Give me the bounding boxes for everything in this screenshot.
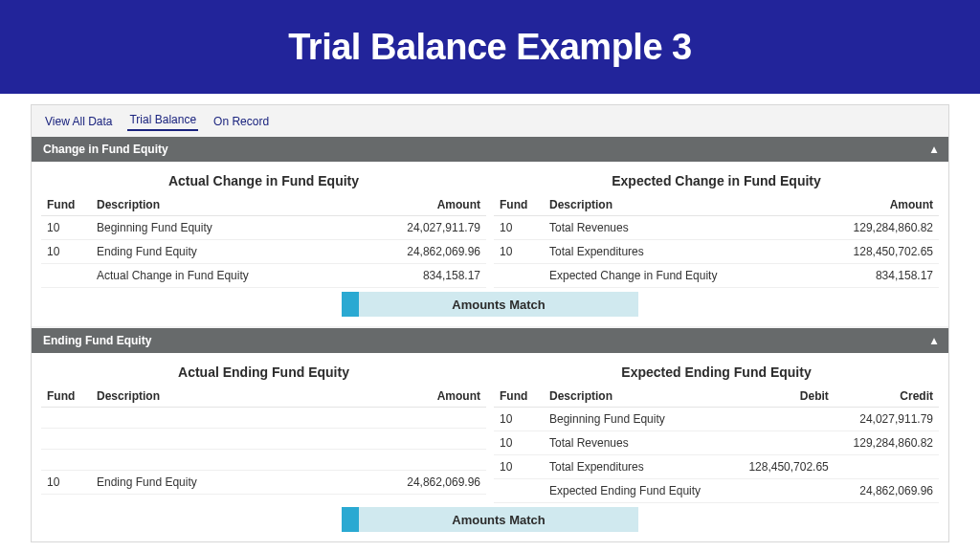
- table-row: 10 Ending Fund Equity 24,862,069.96: [41, 240, 486, 264]
- page-title: Trial Balance Example 3: [288, 27, 692, 68]
- cell-credit: [835, 455, 939, 479]
- expected-ending-table: Fund Description Debit Credit 10 Beginni…: [494, 386, 939, 503]
- cell-desc: Beginning Fund Equity: [91, 216, 351, 240]
- panel-title: Change in Fund Equity: [43, 143, 168, 156]
- col-description: Description: [544, 386, 730, 408]
- actual-change-block: Actual Change in Fund Equity Fund Descri…: [41, 169, 486, 288]
- cell-amount: 24,862,069.96: [351, 240, 486, 264]
- match-accent-bar: [342, 292, 359, 317]
- cell-fund: 10: [494, 455, 544, 479]
- amounts-match-badge: Amounts Match: [342, 507, 638, 532]
- cell-amount: 834,158.17: [351, 264, 486, 288]
- match-accent-bar: [342, 507, 359, 532]
- col-description: Description: [544, 194, 806, 216]
- cell-fund: 10: [494, 408, 544, 431]
- hero-banner: Trial Balance Example 3: [0, 0, 980, 94]
- cell-desc: Expected Ending Fund Equity: [544, 479, 730, 503]
- cell-desc: Beginning Fund Equity: [544, 408, 730, 431]
- cell-desc: Total Revenues: [544, 431, 730, 455]
- cell-fund: [41, 264, 91, 288]
- cell-fund: [494, 264, 544, 288]
- table-row-blank: [41, 408, 486, 429]
- tab-trial-balance[interactable]: Trial Balance: [127, 110, 198, 131]
- expected-change-table: Fund Description Amount 10 Total Revenue…: [494, 194, 939, 288]
- cell-fund: 10: [494, 240, 544, 264]
- table-row: 10 Total Revenues 129,284,860.82: [494, 431, 939, 455]
- actual-ending-title: Actual Ending Fund Equity: [41, 361, 486, 386]
- actual-ending-block: Actual Ending Fund Equity Fund Descripti…: [41, 361, 486, 503]
- table-row: Expected Ending Fund Equity 24,862,069.9…: [494, 479, 939, 503]
- tabs: View All Data Trial Balance On Record: [32, 105, 948, 135]
- cell-fund: 10: [494, 431, 544, 455]
- table-row: 10 Total Expenditures 128,450,702.65: [494, 240, 939, 264]
- panel-ending-fund-equity[interactable]: Ending Fund Equity ▴: [32, 328, 948, 353]
- actual-change-table: Fund Description Amount 10 Beginning Fun…: [41, 194, 486, 288]
- cell-desc: Total Revenues: [544, 216, 806, 240]
- cell-fund: 10: [41, 471, 91, 495]
- col-description: Description: [91, 386, 316, 408]
- table-row: Actual Change in Fund Equity 834,158.17: [41, 264, 486, 288]
- amounts-match-badge: Amounts Match: [342, 292, 638, 317]
- cell-desc: Expected Change in Fund Equity: [544, 264, 806, 288]
- cell-desc: Actual Change in Fund Equity: [91, 264, 351, 288]
- cell-fund: [494, 479, 544, 503]
- match-label: Amounts Match: [359, 292, 638, 317]
- cell-debit: 128,450,702.65: [730, 455, 835, 479]
- panel-ending-content: Actual Ending Fund Equity Fund Descripti…: [32, 353, 948, 541]
- col-fund: Fund: [41, 194, 91, 216]
- cell-desc: Ending Fund Equity: [91, 471, 316, 495]
- table-row: 10 Beginning Fund Equity 24,027,911.79: [41, 216, 486, 240]
- col-fund: Fund: [41, 386, 91, 408]
- panel-title: Ending Fund Equity: [43, 334, 151, 347]
- chevron-up-icon: ▴: [931, 143, 937, 156]
- col-fund: Fund: [494, 194, 544, 216]
- cell-desc: Ending Fund Equity: [91, 240, 351, 264]
- col-description: Description: [91, 194, 351, 216]
- expected-ending-title: Expected Ending Fund Equity: [494, 361, 939, 386]
- cell-fund: 10: [41, 216, 91, 240]
- cell-credit: 129,284,860.82: [835, 431, 939, 455]
- actual-change-title: Actual Change in Fund Equity: [41, 169, 486, 194]
- match-label: Amounts Match: [359, 507, 638, 532]
- cell-desc: Total Expenditures: [544, 240, 806, 264]
- cell-amount: 834,158.17: [806, 264, 939, 288]
- table-row: 10 Total Revenues 129,284,860.82: [494, 216, 939, 240]
- col-credit: Credit: [835, 386, 939, 408]
- table-row: 10 Ending Fund Equity 24,862,069.96: [41, 471, 486, 495]
- table-row-blank: [41, 450, 486, 471]
- cell-credit: 24,862,069.96: [835, 479, 939, 503]
- cell-amount: 24,862,069.96: [316, 471, 486, 495]
- panel-change-in-fund-equity[interactable]: Change in Fund Equity ▴: [32, 137, 948, 162]
- col-amount: Amount: [316, 386, 486, 408]
- table-row: 10 Beginning Fund Equity 24,027,911.79: [494, 408, 939, 431]
- table-row: Expected Change in Fund Equity 834,158.1…: [494, 264, 939, 288]
- cell-desc: Total Expenditures: [544, 455, 730, 479]
- cell-fund: 10: [41, 240, 91, 264]
- cell-amount: 129,284,860.82: [806, 216, 939, 240]
- expected-change-title: Expected Change in Fund Equity: [494, 169, 939, 194]
- cell-debit: [730, 479, 835, 503]
- cell-credit: 24,027,911.79: [835, 408, 939, 431]
- col-debit: Debit: [730, 386, 835, 408]
- tab-view-all-data[interactable]: View All Data: [43, 112, 114, 131]
- cell-amount: 128,450,702.65: [806, 240, 939, 264]
- cell-fund: 10: [494, 216, 544, 240]
- col-amount: Amount: [351, 194, 486, 216]
- table-row: 10 Total Expenditures 128,450,702.65: [494, 455, 939, 479]
- actual-ending-table: Fund Description Amount 10 Ending Fund E…: [41, 386, 486, 495]
- col-fund: Fund: [494, 386, 544, 408]
- expected-change-block: Expected Change in Fund Equity Fund Desc…: [494, 169, 939, 288]
- chevron-up-icon: ▴: [931, 334, 937, 347]
- cell-amount: 24,027,911.79: [351, 216, 486, 240]
- cell-debit: [730, 408, 835, 431]
- report-container: View All Data Trial Balance On Record Ch…: [31, 104, 949, 542]
- expected-ending-block: Expected Ending Fund Equity Fund Descrip…: [494, 361, 939, 503]
- panel-change-content: Actual Change in Fund Equity Fund Descri…: [32, 162, 948, 326]
- cell-debit: [730, 431, 835, 455]
- col-amount: Amount: [806, 194, 939, 216]
- tab-on-record[interactable]: On Record: [212, 112, 271, 131]
- table-row-blank: [41, 429, 486, 450]
